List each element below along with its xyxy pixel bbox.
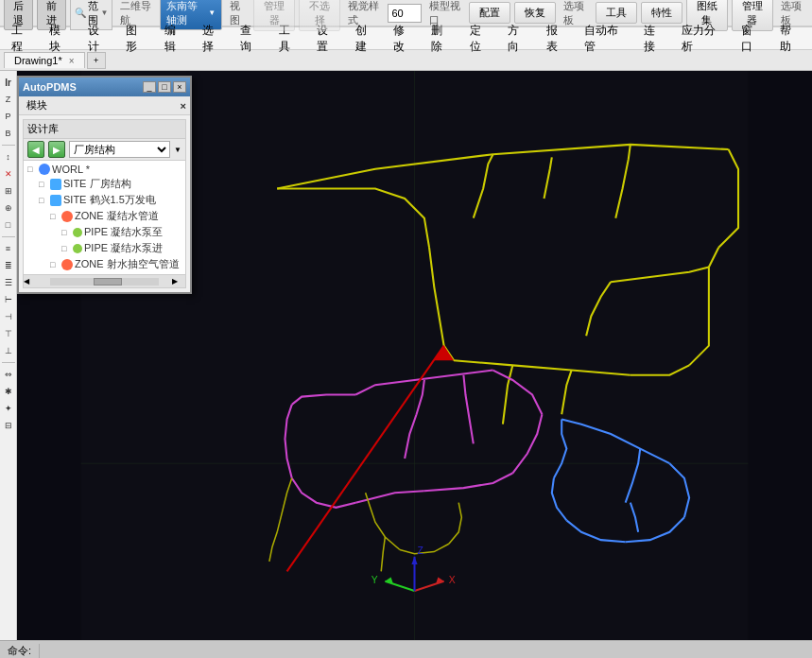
tree-icon-world: [39, 164, 50, 175]
tree-label-worl: WORL *: [52, 164, 90, 175]
float-menubar: 模块 ×: [19, 96, 190, 115]
tree-item-site2[interactable]: □ SITE 鹤兴1.5万发电: [27, 192, 181, 208]
toolbar-btn-lines1[interactable]: ≡: [1, 241, 16, 256]
toolbar-btn-p[interactable]: P: [1, 109, 16, 124]
float-minimize-button[interactable]: _: [143, 81, 156, 93]
menu-item-report[interactable]: 报表: [539, 21, 575, 57]
tree-expand-site1[interactable]: □: [39, 180, 48, 189]
toolbar-btn-b[interactable]: B: [1, 126, 16, 141]
float-titlebar[interactable]: AutoPDMS _ □ ×: [19, 78, 190, 96]
tree-icon-site2: [50, 195, 61, 206]
menu-item-connect[interactable]: 连接: [636, 21, 672, 57]
toolbar-btn-box[interactable]: □: [1, 217, 16, 233]
menu-item-autoroute[interactable]: 自动布管: [577, 21, 634, 57]
range-dropdown-icon: ▼: [101, 9, 109, 17]
tree-scrollbar: ◀ ▶: [24, 274, 185, 287]
toolbar-separator-1: [2, 145, 15, 146]
statusbar: 命令:: [0, 640, 812, 658]
float-menu-close[interactable]: ×: [181, 100, 186, 112]
tree-expand-zone2[interactable]: □: [50, 260, 60, 269]
tree-expand-worl[interactable]: □: [27, 164, 37, 174]
float-close-button[interactable]: ×: [173, 81, 186, 93]
toolbar-btn-star[interactable]: ✦: [1, 401, 16, 416]
tree-icon-pipe1: [73, 228, 82, 237]
main-area: Ir Z P B ↕ ✕ ⊞ ⊕ □ ≡ ≣ ☰ ⊢ ⊣ ⊤ ⊥ ⇔ ✱ ✦ ⊟: [0, 71, 812, 640]
toolbar-btn-lines2[interactable]: ≣: [1, 258, 16, 273]
toolbar-btn-t1[interactable]: ⊢: [1, 292, 16, 307]
search-icon: 🔍: [75, 8, 86, 18]
toolbar-btn-ir[interactable]: Ir: [1, 75, 16, 90]
svg-text:Z: Z: [418, 545, 423, 556]
float-controls: _ □ ×: [143, 81, 186, 93]
tree-panel: 设计库 ◀ ▶ 厂房结构 ▼ □: [23, 119, 186, 288]
menu-item-project[interactable]: 工程: [4, 21, 40, 57]
tree-expand-pipe1[interactable]: □: [61, 228, 71, 237]
nav-back-arrow[interactable]: ◀: [27, 141, 44, 158]
tree-header-label: 设计库: [27, 123, 59, 134]
scroll-right-button[interactable]: ▶: [172, 277, 185, 286]
not-selected-button[interactable]: 不选择: [299, 0, 340, 31]
tree-item-pipe1[interactable]: □ PIPE 凝结水泵至: [27, 224, 181, 240]
toolbar-separator-2: [2, 236, 15, 237]
drawing-tab-title: Drawing1*: [14, 55, 62, 66]
menu-item-edit[interactable]: 编辑: [157, 21, 193, 57]
menu-item-stress[interactable]: 应力分析: [674, 21, 732, 57]
tree-item-zone2[interactable]: □ ZONE 射水抽空气管道: [27, 256, 181, 272]
menu-item-direction[interactable]: 方向: [500, 21, 536, 57]
menu-item-create[interactable]: 创建: [348, 21, 384, 57]
menu-item-locate[interactable]: 定位: [462, 21, 498, 57]
toolbar-btn-special[interactable]: ⊟: [1, 418, 16, 433]
tree-label-pipe2: PIPE 凝结水泵进: [84, 241, 163, 255]
scope-dropdown[interactable]: 厂房结构: [69, 141, 170, 158]
tree-icon-site1: [50, 179, 61, 190]
tree-expand-zone1[interactable]: □: [50, 212, 60, 221]
view-dropdown-arrow: ▼: [208, 9, 216, 17]
tree-expand-pipe2[interactable]: □: [61, 244, 71, 253]
toolbar-btn-lines3[interactable]: ☰: [1, 275, 16, 290]
tree-content: □ WORL * □ SITE 厂房结构 □ SITE 鹤兴1.5万发: [24, 161, 185, 274]
manage-button[interactable]: 管理器: [253, 0, 295, 31]
toolbar-separator-3: [2, 362, 15, 363]
command-label: 命令:: [8, 644, 31, 658]
float-menu-module[interactable]: 模块: [23, 97, 51, 113]
tree-expand-site2[interactable]: □: [39, 196, 48, 205]
drawing-tab[interactable]: Drawing1* ×: [4, 52, 85, 68]
menu-item-modify[interactable]: 修改: [386, 21, 422, 57]
toolbar-btn-t2[interactable]: ⊣: [1, 309, 16, 324]
toolbar-btn-grid[interactable]: ⊞: [1, 183, 16, 199]
float-maximize-button[interactable]: □: [158, 81, 171, 93]
dropdown-row: ◀ ▶ 厂房结构 ▼: [24, 139, 185, 161]
tree-label-site1: SITE 厂房结构: [63, 177, 131, 191]
menubar: 工程 模块 设计 图形 编辑 选择 查询 工具 设置 创建 修改 删除 定位 方…: [0, 27, 812, 50]
menu-item-delete[interactable]: 删除: [423, 21, 459, 57]
menu-item-module[interactable]: 模块: [42, 21, 78, 57]
toolbar-btn-asterisk[interactable]: ✱: [1, 384, 16, 399]
tree-icon-pipe2: [73, 244, 82, 253]
tree-item-worl[interactable]: □ WORL *: [27, 163, 181, 176]
toolbar-btn-arrow[interactable]: ↕: [1, 149, 16, 164]
toolbar-btn-z[interactable]: Z: [1, 92, 16, 107]
toolbar-btn-cross[interactable]: ✕: [1, 166, 16, 182]
left-toolbar: Ir Z P B ↕ ✕ ⊞ ⊕ □ ≡ ≣ ☰ ⊢ ⊣ ⊤ ⊥ ⇔ ✱ ✦ ⊟: [0, 71, 17, 640]
menu-item-graphics[interactable]: 图形: [118, 21, 154, 57]
svg-text:X: X: [449, 575, 456, 585]
toolbar-btn-t4[interactable]: ⊥: [1, 343, 16, 358]
scroll-thumb[interactable]: [94, 278, 122, 286]
menu-item-select[interactable]: 选择: [195, 21, 231, 57]
tree-item-site1[interactable]: □ SITE 厂房结构: [27, 176, 181, 192]
toolbar-btn-plus[interactable]: ⊕: [1, 200, 16, 216]
tree-label-zone1: ZONE 凝结水管道: [75, 209, 159, 223]
tree-item-pipe2[interactable]: □ PIPE 凝结水泵进: [27, 240, 181, 256]
menu-item-help[interactable]: 帮助: [772, 21, 808, 57]
tree-label-zone2: ZONE 射水抽空气管道: [75, 257, 180, 271]
scroll-left-button[interactable]: ◀: [24, 277, 37, 286]
tree-item-zone1[interactable]: □ ZONE 凝结水管道: [27, 208, 181, 224]
nav-forward-arrow[interactable]: ▶: [48, 141, 65, 158]
toolbar-btn-t3[interactable]: ⊤: [1, 326, 16, 341]
tab-add-button[interactable]: +: [87, 52, 106, 69]
float-title: AutoPDMS: [23, 81, 77, 93]
menu-item-window[interactable]: 窗口: [734, 21, 769, 57]
toolbar-btn-arrows[interactable]: ⇔: [1, 367, 16, 382]
drawing-tab-close[interactable]: ×: [69, 56, 75, 66]
number-input[interactable]: [388, 4, 422, 23]
